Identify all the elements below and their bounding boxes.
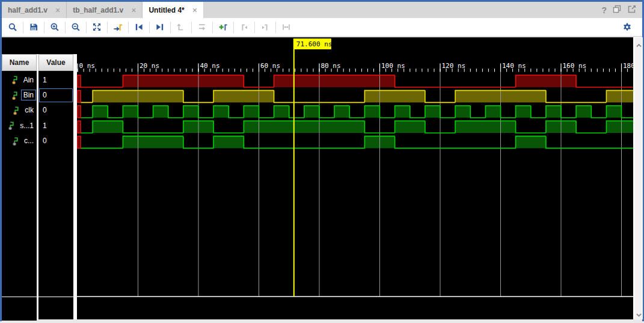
signal-name: Ain (21, 75, 36, 85)
svg-text:100 ns: 100 ns (381, 62, 405, 70)
signal-name: s...1 (17, 120, 36, 131)
toolbar-separator (128, 22, 129, 33)
previous-marker-button (236, 20, 252, 34)
signal-value-cell[interactable]: 0 (39, 134, 73, 148)
svg-text:0 ns: 0 ns (79, 62, 96, 70)
svg-text:71.600 ns: 71.600 ns (296, 40, 333, 48)
signal-value-column: Value 10010 (38, 54, 73, 319)
signal-output-icon (12, 137, 20, 146)
svg-text:60 ns: 60 ns (260, 62, 280, 70)
go-to-end-icon (155, 22, 165, 32)
signal-input-icon (11, 75, 20, 84)
swap-cursors-button (278, 20, 294, 34)
signal-name: clk (22, 105, 36, 115)
go-to-cursor-button[interactable] (110, 20, 126, 34)
tab-close-icon[interactable]: × (55, 6, 60, 14)
toolbar-separator (149, 22, 150, 33)
waveform-canvas[interactable]: 0 ns20 ns40 ns60 ns80 ns100 ns120 ns140 … (77, 37, 633, 319)
signal-value: 0 (40, 106, 47, 114)
toolbar-separator (275, 22, 276, 33)
signal-row-bin[interactable]: Bin (2, 87, 37, 102)
tab-untitled-4-[interactable]: Untitled 4*× (143, 2, 204, 18)
swap-cursors-icon (281, 22, 291, 32)
signal-value: 0 (40, 137, 47, 145)
signal-input-icon (11, 91, 20, 100)
name-column-header: Name (2, 54, 37, 71)
zoom-fit-icon (92, 22, 102, 32)
signal-value-cell[interactable]: 1 (39, 73, 73, 87)
waveform-window-body: Name AinBinclks...1c... Value 10010 0 ns… (2, 37, 642, 319)
add-marker-button[interactable] (215, 20, 231, 34)
signal-value-row[interactable]: 0 (38, 103, 73, 118)
prev-transition-icon (176, 22, 186, 32)
scroll-down-icon[interactable] (636, 310, 642, 316)
signal-row-s1[interactable]: s...1 (2, 118, 37, 133)
window-controls: ? (601, 2, 642, 18)
svg-text:160 ns: 160 ns (563, 62, 587, 70)
zoom-fit-button[interactable] (89, 20, 105, 34)
help-icon[interactable]: ? (601, 5, 607, 15)
go-to-time-0-button[interactable] (131, 20, 147, 34)
toolbar-separator (23, 22, 23, 33)
toolbar-separator (212, 22, 213, 33)
cursor-time-label: 71.600 ns (294, 38, 333, 49)
signal-row-clk[interactable]: clk (2, 103, 37, 118)
value-column-baseline (38, 297, 73, 297)
tab-label: tb_half_add1.v (73, 6, 123, 14)
signal-value-row[interactable]: 1 (38, 72, 73, 87)
signal-name-column: Name AinBinclks...1c... (2, 54, 37, 321)
signal-value: 1 (40, 122, 47, 130)
wave-fills (93, 75, 633, 148)
settings-button[interactable] (619, 20, 635, 34)
svg-text:180 ns: 180 ns (623, 62, 633, 70)
go-to-cursor-icon (113, 22, 123, 32)
open-external-icon[interactable] (627, 4, 637, 16)
scroll-up-icon[interactable] (636, 40, 642, 47)
signal-name: c... (22, 135, 36, 146)
time-ruler[interactable]: 0 ns20 ns40 ns60 ns80 ns100 ns120 ns140 … (78, 62, 633, 72)
waveform-toolbar (2, 18, 642, 37)
waveform-svg[interactable]: 0 ns20 ns40 ns60 ns80 ns100 ns120 ns140 … (77, 37, 633, 319)
go-to-start-icon (134, 22, 144, 32)
search-icon (8, 22, 17, 32)
signal-row-c[interactable]: c... (2, 134, 37, 149)
toolbar-separator (44, 22, 44, 33)
search-button[interactable] (5, 20, 20, 34)
toolbar-separator (191, 22, 192, 33)
signal-input-icon (13, 106, 21, 115)
signal-value-cell[interactable]: 0 (39, 88, 73, 102)
tab-half-add1-v[interactable]: half_add1.v× (2, 2, 67, 18)
prev-marker-icon (239, 22, 249, 32)
signal-value: 1 (40, 76, 47, 84)
toolbar-separator (233, 22, 234, 33)
svg-text:80 ns: 80 ns (321, 62, 341, 70)
signal-value-cell[interactable]: 1 (39, 118, 73, 132)
svg-text:20 ns: 20 ns (140, 62, 159, 70)
toolbar-separator (65, 22, 66, 33)
zoom-in-button[interactable] (47, 20, 63, 34)
signal-value-row[interactable]: 0 (38, 134, 73, 149)
svg-text:40 ns: 40 ns (200, 62, 220, 70)
toolbar-separator (86, 22, 87, 33)
float-window-icon[interactable] (612, 4, 622, 16)
toolbar-separator (254, 22, 255, 33)
signal-value-row[interactable]: 1 (38, 118, 73, 133)
signal-panel-top-spacer (2, 37, 77, 54)
tab-tb-half-add1-v[interactable]: tb_half_add1.v× (67, 2, 143, 18)
signal-value-cell[interactable]: 0 (39, 103, 73, 117)
gear-icon (622, 22, 632, 32)
signal-value-row[interactable]: 0 (38, 87, 73, 102)
tab-label: half_add1.v (8, 6, 48, 14)
zoom-out-button[interactable] (68, 20, 84, 34)
svg-text:120 ns: 120 ns (442, 62, 466, 70)
save-button[interactable] (26, 20, 41, 34)
zoom-out-icon (71, 22, 81, 32)
go-to-last-time-button[interactable] (152, 20, 168, 34)
tab-close-icon[interactable]: × (192, 6, 197, 14)
add-marker-icon (218, 22, 228, 32)
toolbar-separator (107, 22, 108, 33)
next-transition-button (194, 20, 210, 34)
tab-close-icon[interactable]: × (131, 6, 136, 14)
signal-row-ain[interactable]: Ain (2, 72, 37, 87)
vertical-scrollbar[interactable] (635, 37, 643, 319)
